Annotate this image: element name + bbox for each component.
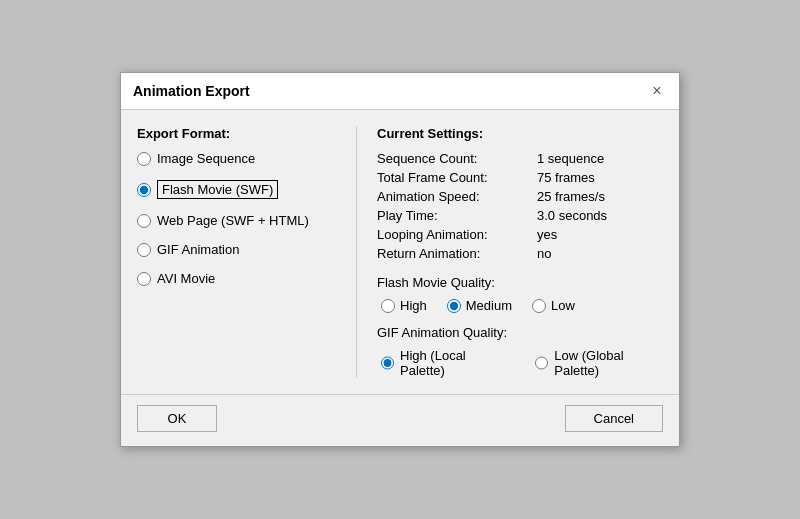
- export-format-label: Export Format:: [137, 126, 336, 141]
- label-flash-high: High: [400, 298, 427, 313]
- label-gif-animation: GIF Animation: [157, 242, 239, 257]
- setting-sequence-count: Sequence Count: 1 sequence: [377, 151, 663, 166]
- val-looping-animation: yes: [537, 227, 663, 242]
- label-gif-low-global: Low (Global Palette): [554, 348, 663, 378]
- flash-quality-medium[interactable]: Medium: [447, 298, 512, 313]
- flash-quality-options: High Medium Low: [381, 298, 663, 313]
- dialog-title: Animation Export: [133, 83, 250, 99]
- radio-avi-movie[interactable]: [137, 272, 151, 286]
- gif-quality-label: GIF Animation Quality:: [377, 325, 663, 340]
- label-flash-medium: Medium: [466, 298, 512, 313]
- setting-looping-animation: Looping Animation: yes: [377, 227, 663, 242]
- radio-flash-high[interactable]: [381, 299, 395, 313]
- cancel-button[interactable]: Cancel: [565, 405, 663, 432]
- settings-table: Sequence Count: 1 sequence Total Frame C…: [377, 151, 663, 261]
- flash-quality-high[interactable]: High: [381, 298, 427, 313]
- label-image-sequence: Image Sequence: [157, 151, 255, 166]
- radio-gif-animation[interactable]: [137, 243, 151, 257]
- radio-flash-medium[interactable]: [447, 299, 461, 313]
- format-image-sequence[interactable]: Image Sequence: [137, 151, 336, 166]
- export-format-group: Image Sequence Flash Movie (SWF) Web Pag…: [137, 151, 336, 286]
- flash-quality-section: Flash Movie Quality: High Medium Low: [377, 275, 663, 313]
- setting-return-animation: Return Animation: no: [377, 246, 663, 261]
- label-flash-low: Low: [551, 298, 575, 313]
- format-web-page[interactable]: Web Page (SWF + HTML): [137, 213, 336, 228]
- gif-quality-low-global[interactable]: Low (Global Palette): [535, 348, 663, 378]
- gif-quality-section: GIF Animation Quality: High (Local Palet…: [377, 325, 663, 378]
- key-total-frame-count: Total Frame Count:: [377, 170, 537, 185]
- left-panel: Export Format: Image Sequence Flash Movi…: [137, 126, 357, 378]
- key-sequence-count: Sequence Count:: [377, 151, 537, 166]
- label-gif-high-local: High (Local Palette): [400, 348, 505, 378]
- gif-quality-options: High (Local Palette) Low (Global Palette…: [381, 348, 663, 378]
- key-looping-animation: Looping Animation:: [377, 227, 537, 242]
- radio-flash-movie[interactable]: [137, 183, 151, 197]
- animation-export-dialog: Animation Export × Export Format: Image …: [120, 72, 680, 447]
- format-avi-movie[interactable]: AVI Movie: [137, 271, 336, 286]
- close-button[interactable]: ×: [647, 81, 667, 101]
- label-avi-movie: AVI Movie: [157, 271, 215, 286]
- ok-button[interactable]: OK: [137, 405, 217, 432]
- setting-total-frame-count: Total Frame Count: 75 frames: [377, 170, 663, 185]
- key-play-time: Play Time:: [377, 208, 537, 223]
- flash-quality-low[interactable]: Low: [532, 298, 575, 313]
- radio-gif-low-global[interactable]: [535, 356, 548, 370]
- current-settings-label: Current Settings:: [377, 126, 663, 141]
- val-return-animation: no: [537, 246, 663, 261]
- radio-image-sequence[interactable]: [137, 152, 151, 166]
- val-sequence-count: 1 sequence: [537, 151, 663, 166]
- val-animation-speed: 25 frames/s: [537, 189, 663, 204]
- key-return-animation: Return Animation:: [377, 246, 537, 261]
- title-bar: Animation Export ×: [121, 73, 679, 110]
- label-flash-movie: Flash Movie (SWF): [157, 180, 278, 199]
- val-play-time: 3.0 seconds: [537, 208, 663, 223]
- dialog-body: Export Format: Image Sequence Flash Movi…: [121, 110, 679, 394]
- key-animation-speed: Animation Speed:: [377, 189, 537, 204]
- format-flash-movie[interactable]: Flash Movie (SWF): [137, 180, 336, 199]
- radio-flash-low[interactable]: [532, 299, 546, 313]
- setting-play-time: Play Time: 3.0 seconds: [377, 208, 663, 223]
- radio-web-page[interactable]: [137, 214, 151, 228]
- val-total-frame-count: 75 frames: [537, 170, 663, 185]
- right-panel: Current Settings: Sequence Count: 1 sequ…: [357, 126, 663, 378]
- setting-animation-speed: Animation Speed: 25 frames/s: [377, 189, 663, 204]
- label-web-page: Web Page (SWF + HTML): [157, 213, 309, 228]
- format-gif-animation[interactable]: GIF Animation: [137, 242, 336, 257]
- gif-quality-high-local[interactable]: High (Local Palette): [381, 348, 505, 378]
- dialog-footer: OK Cancel: [121, 394, 679, 446]
- radio-gif-high-local[interactable]: [381, 356, 394, 370]
- flash-quality-label: Flash Movie Quality:: [377, 275, 663, 290]
